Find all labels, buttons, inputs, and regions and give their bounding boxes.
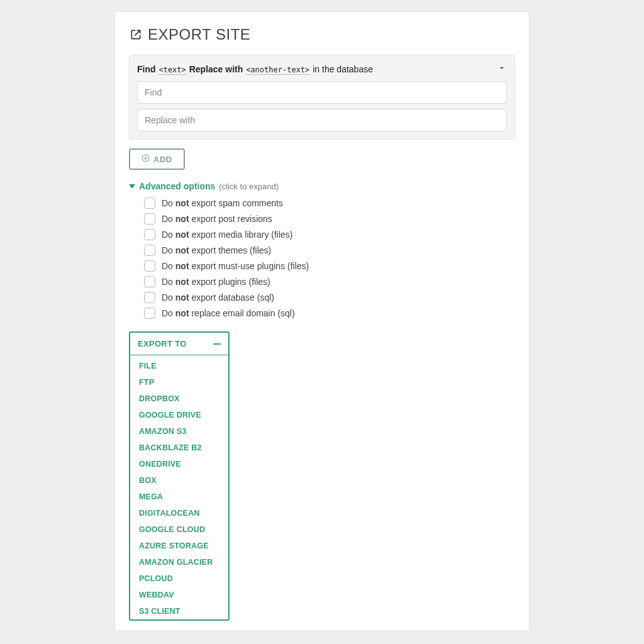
advanced-option: Do not replace email domain (sql): [144, 308, 515, 319]
checkbox[interactable]: [144, 229, 155, 240]
advanced-option: Do not export must-use plugins (files): [144, 260, 515, 272]
export-destination[interactable]: DROPBOX: [130, 391, 228, 407]
option-label: Do not export database (sql): [162, 292, 274, 303]
checkbox[interactable]: [144, 276, 155, 287]
option-label: Do not export post revisions: [162, 214, 272, 224]
export-destination[interactable]: DIGITALOCEAN: [130, 505, 228, 521]
triangle-down-icon: [129, 184, 135, 189]
option-label: Do not export must-use plugins (files): [162, 261, 309, 271]
export-to-panel: EXPORT TO FILEFTPDROPBOXGOOGLE DRIVEAMAZ…: [129, 331, 230, 621]
export-destination[interactable]: ONEDRIVE: [130, 456, 228, 472]
advanced-option: Do not export spam comments: [144, 197, 515, 209]
advanced-option: Do not export plugins (files): [144, 276, 515, 287]
advanced-options-heading: Advanced options: [139, 181, 215, 191]
export-destination[interactable]: GOOGLE DRIVE: [130, 407, 228, 423]
advanced-option: Do not export post revisions: [144, 213, 515, 225]
add-button-label: ADD: [153, 155, 172, 164]
checkbox[interactable]: [144, 292, 155, 303]
advanced-options-toggle[interactable]: Advanced options (click to expand): [129, 181, 515, 191]
export-destination[interactable]: BACKBLAZE B2: [130, 440, 228, 456]
export-destination[interactable]: WEBDAV: [130, 587, 228, 603]
advanced-option: Do not export themes (files): [144, 245, 515, 256]
export-destination[interactable]: PCLOUD: [130, 570, 228, 587]
export-destination[interactable]: AZURE STORAGE: [130, 538, 228, 554]
minus-icon: [213, 343, 221, 345]
export-destination[interactable]: MEGA: [130, 489, 228, 505]
find-input[interactable]: [137, 81, 507, 104]
export-to-heading: EXPORT TO: [138, 339, 187, 348]
checkbox[interactable]: [144, 197, 155, 209]
option-label: Do not export media library (files): [162, 230, 293, 240]
advanced-options-list: Do not export spam commentsDo not export…: [144, 197, 515, 319]
option-label: Do not export themes (files): [162, 245, 271, 255]
advanced-option: Do not export database (sql): [144, 292, 515, 303]
export-to-header[interactable]: EXPORT TO: [130, 333, 228, 355]
page-title: EXPORT SITE: [148, 26, 250, 43]
option-label: Do not export spam comments: [162, 198, 283, 208]
replace-input[interactable]: [137, 109, 507, 131]
checkbox[interactable]: [144, 260, 155, 272]
checkbox[interactable]: [144, 308, 155, 319]
export-destination[interactable]: AMAZON GLACIER: [130, 554, 228, 570]
chevron-down-icon[interactable]: [497, 63, 507, 75]
option-label: Do not replace email domain (sql): [162, 308, 295, 318]
export-destination[interactable]: BOX: [130, 472, 228, 489]
find-replace-header[interactable]: Find <text> Replace with <another-text> …: [137, 63, 507, 75]
export-destination[interactable]: FTP: [130, 374, 228, 391]
page-title-row: EXPORT SITE: [129, 26, 515, 43]
add-button[interactable]: ADD: [129, 148, 185, 170]
export-site-panel: EXPORT SITE Find <text> Replace with <an…: [114, 11, 530, 631]
export-destination[interactable]: FILE: [130, 358, 228, 374]
find-replace-label: Find <text> Replace with <another-text> …: [137, 64, 373, 74]
option-label: Do not export plugins (files): [162, 277, 270, 287]
export-destination[interactable]: AMAZON S3: [130, 423, 228, 440]
find-replace-box: Find <text> Replace with <another-text> …: [129, 55, 515, 140]
advanced-options-hint: (click to expand): [219, 182, 279, 191]
advanced-option: Do not export media library (files): [144, 229, 515, 240]
plus-circle-icon: [142, 154, 150, 164]
export-icon: [129, 28, 143, 41]
export-to-items: FILEFTPDROPBOXGOOGLE DRIVEAMAZON S3BACKB…: [130, 355, 228, 619]
export-destination[interactable]: S3 CLIENT: [130, 603, 228, 619]
checkbox[interactable]: [144, 245, 155, 256]
export-destination[interactable]: GOOGLE CLOUD: [130, 521, 228, 538]
checkbox[interactable]: [144, 213, 155, 225]
